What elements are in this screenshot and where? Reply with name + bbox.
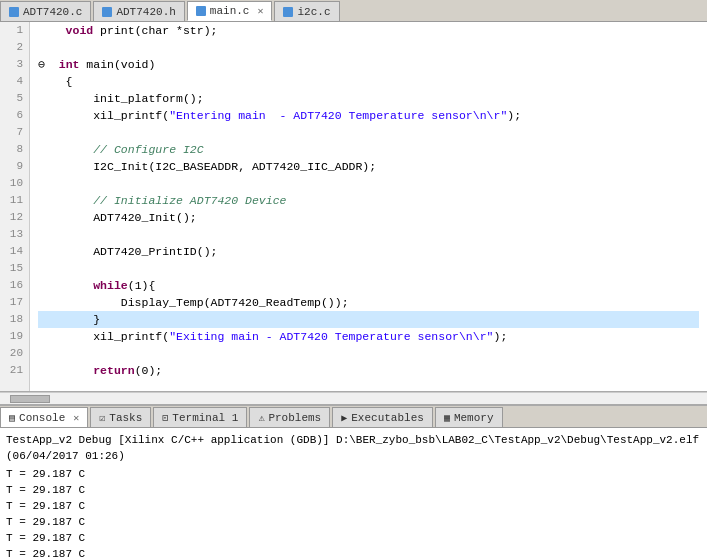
- line-number: 6: [6, 107, 23, 124]
- line-number: 3: [6, 56, 23, 73]
- bottom-tab-label: Executables: [351, 412, 424, 424]
- code-line: {: [38, 73, 699, 90]
- code-line: ⊖ int main(void): [38, 56, 699, 73]
- bottom-tab-label: Problems: [268, 412, 321, 424]
- memory-icon: ▦: [444, 412, 450, 424]
- bottom-tab-terminal1[interactable]: ⊡Terminal 1: [153, 407, 247, 427]
- line-number: 1: [6, 22, 23, 39]
- line-number: 15: [6, 260, 23, 277]
- file-icon: [102, 7, 112, 17]
- problems-icon: ⚠: [258, 412, 264, 424]
- terminal-icon: ⊡: [162, 412, 168, 424]
- code-line: [38, 260, 699, 277]
- code-line: [38, 124, 699, 141]
- line-number: 7: [6, 124, 23, 141]
- tasks-icon: ☑: [99, 412, 105, 424]
- line-number: 4: [6, 73, 23, 90]
- bottom-tab-bar: ▤Console✕☑Tasks⊡Terminal 1⚠Problems▶Exec…: [0, 406, 707, 428]
- file-icon: [9, 7, 19, 17]
- editor-area: 123456789101112131415161718192021 void p…: [0, 22, 707, 392]
- line-number: 18: [6, 311, 23, 328]
- bottom-tab-problems[interactable]: ⚠Problems: [249, 407, 330, 427]
- code-line: ADT7420_Init();: [38, 209, 699, 226]
- line-number: 12: [6, 209, 23, 226]
- code-line: [38, 345, 699, 362]
- line-number: 5: [6, 90, 23, 107]
- code-line: xil_printf("Entering main - ADT7420 Temp…: [38, 107, 699, 124]
- code-line: [38, 175, 699, 192]
- code-line: return(0);: [38, 362, 699, 379]
- tab-label: ADT7420.h: [116, 6, 175, 18]
- tab-adt7420c[interactable]: ADT7420.c: [0, 1, 91, 21]
- console-header: TestApp_v2 Debug [Xilinx C/C++ applicati…: [6, 432, 701, 464]
- bottom-tab-tasks[interactable]: ☑Tasks: [90, 407, 151, 427]
- file-icon: [196, 6, 206, 16]
- editor-scrollbar[interactable]: [0, 392, 707, 404]
- console-line: T = 29.187 C: [6, 530, 701, 546]
- editor-tab-bar: ADT7420.cADT7420.hmain.c✕i2c.c: [0, 0, 707, 22]
- console-line: T = 29.187 C: [6, 498, 701, 514]
- bottom-tab-memory[interactable]: ▦Memory: [435, 407, 503, 427]
- console-area[interactable]: TestApp_v2 Debug [Xilinx C/C++ applicati…: [0, 428, 707, 558]
- code-line: I2C_Init(I2C_BASEADDR, ADT7420_IIC_ADDR)…: [38, 158, 699, 175]
- code-line: Display_Temp(ADT7420_ReadTemp());: [38, 294, 699, 311]
- tab-label: ADT7420.c: [23, 6, 82, 18]
- line-number: 19: [6, 328, 23, 345]
- code-line: while(1){: [38, 277, 699, 294]
- bottom-tab-label: Memory: [454, 412, 494, 424]
- code-line: init_platform();: [38, 90, 699, 107]
- line-number: 14: [6, 243, 23, 260]
- bottom-tab-close-icon[interactable]: ✕: [73, 412, 79, 424]
- console-line: T = 29.187 C: [6, 546, 701, 558]
- line-number: 2: [6, 39, 23, 56]
- bottom-tab-executables[interactable]: ▶Executables: [332, 407, 433, 427]
- code-line: void print(char *str);: [38, 22, 699, 39]
- bottom-tab-label: Terminal 1: [172, 412, 238, 424]
- code-line: [38, 226, 699, 243]
- line-numbers: 123456789101112131415161718192021: [0, 22, 30, 391]
- line-number: 8: [6, 141, 23, 158]
- line-number: 9: [6, 158, 23, 175]
- code-line: [38, 39, 699, 56]
- code-line: // Initialize ADT7420 Device: [38, 192, 699, 209]
- code-line: xil_printf("Exiting main - ADT7420 Tempe…: [38, 328, 699, 345]
- console-line: T = 29.187 C: [6, 482, 701, 498]
- line-number: 10: [6, 175, 23, 192]
- tab-adt7420h[interactable]: ADT7420.h: [93, 1, 184, 21]
- executables-icon: ▶: [341, 412, 347, 424]
- code-line: // Configure I2C: [38, 141, 699, 158]
- bottom-tab-label: Tasks: [109, 412, 142, 424]
- line-number: 17: [6, 294, 23, 311]
- line-number: 13: [6, 226, 23, 243]
- tab-close-icon[interactable]: ✕: [257, 5, 263, 17]
- bottom-panel: ▤Console✕☑Tasks⊡Terminal 1⚠Problems▶Exec…: [0, 404, 707, 558]
- console-icon: ▤: [9, 412, 15, 424]
- tab-label: i2c.c: [297, 6, 330, 18]
- line-number: 16: [6, 277, 23, 294]
- console-line: T = 29.187 C: [6, 514, 701, 530]
- line-number: 11: [6, 192, 23, 209]
- tab-label: main.c: [210, 5, 250, 17]
- line-number: 20: [6, 345, 23, 362]
- line-number: 21: [6, 362, 23, 379]
- bottom-tab-console[interactable]: ▤Console✕: [0, 407, 88, 427]
- tab-i2cc[interactable]: i2c.c: [274, 1, 339, 21]
- bottom-tab-label: Console: [19, 412, 65, 424]
- code-line: }: [38, 311, 699, 328]
- code-line: ADT7420_PrintID();: [38, 243, 699, 260]
- code-content[interactable]: void print(char *str);⊖ int main(void) {…: [30, 22, 707, 391]
- file-icon: [283, 7, 293, 17]
- console-line: T = 29.187 C: [6, 466, 701, 482]
- tab-mainc[interactable]: main.c✕: [187, 1, 273, 21]
- scrollbar-thumb[interactable]: [10, 395, 50, 403]
